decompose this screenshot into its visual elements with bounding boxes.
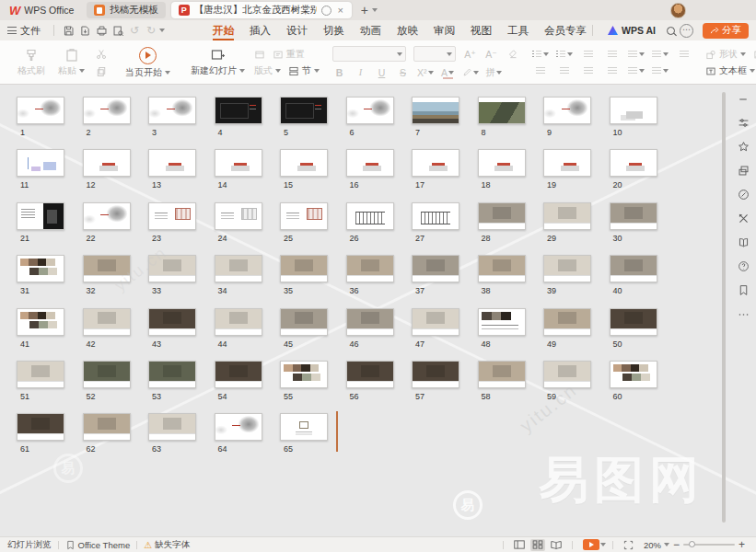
help-icon[interactable] (737, 259, 750, 273)
slide-thumbnail-52[interactable] (83, 361, 131, 388)
slide-thumbnail-48[interactable] (478, 308, 526, 336)
quickbar-chevron-icon[interactable] (159, 29, 165, 32)
missing-font-label[interactable]: 缺失字体 (155, 539, 190, 551)
tools-icon[interactable] (737, 212, 750, 225)
decrease-indent-button[interactable] (580, 48, 597, 61)
reading-view-button[interactable] (549, 539, 564, 551)
more-options-icon[interactable]: ⋯ (680, 24, 693, 38)
smartart-convert-button[interactable] (676, 48, 692, 61)
new-tab-button[interactable]: + (361, 4, 368, 17)
line-spacing-button[interactable] (652, 48, 669, 61)
textbox-button[interactable]: 文本框 (705, 64, 755, 77)
bold-button[interactable]: B (332, 65, 346, 79)
slide-thumbnail-54[interactable] (215, 361, 262, 388)
layout-icon-button[interactable] (254, 50, 265, 60)
slide-thumbnail-17[interactable] (412, 149, 459, 177)
tab-insert[interactable]: 插入 (250, 20, 271, 40)
shapes-button[interactable]: 形状 (705, 48, 746, 61)
task-ribbon-icon[interactable] (737, 283, 750, 297)
phonetic-guide-button[interactable]: 拼 (486, 65, 503, 79)
slide-thumbnail-28[interactable] (478, 202, 526, 230)
bullets-button[interactable] (532, 48, 549, 61)
slide-thumbnail-41[interactable] (17, 308, 64, 336)
canvas-scrollbar[interactable] (722, 92, 726, 523)
slide-thumbnail-42[interactable] (83, 308, 131, 336)
slide-thumbnail-12[interactable] (83, 149, 131, 177)
print-button[interactable] (93, 22, 110, 39)
slide-thumbnail-65[interactable] (280, 413, 328, 441)
slide-thumbnail-7[interactable] (412, 97, 459, 124)
slide-thumbnail-13[interactable] (148, 149, 196, 177)
new-slide-button[interactable]: 新建幻灯片 (187, 48, 249, 77)
slide-thumbnail-23[interactable] (148, 202, 196, 230)
text-align-button[interactable] (652, 64, 669, 77)
slide-thumbnail-8[interactable] (478, 97, 526, 124)
font-size-select[interactable] (413, 46, 456, 62)
justify-button[interactable] (604, 64, 621, 77)
slide-thumbnail-56[interactable] (346, 361, 394, 388)
sign-pen-icon[interactable] (737, 188, 750, 201)
fit-slide-button[interactable] (622, 539, 636, 551)
slide-thumbnail-20[interactable] (610, 149, 657, 177)
wps-ai-button[interactable]: WPS AI (622, 25, 656, 36)
more-dots-icon[interactable] (737, 307, 750, 321)
undo-button[interactable]: ↺ (126, 22, 143, 39)
zoom-in-button[interactable]: + (739, 539, 745, 550)
file-menu[interactable]: 文件 (20, 24, 41, 38)
slide-thumbnail-6[interactable] (346, 97, 394, 124)
slide-thumbnail-5[interactable] (280, 97, 328, 124)
tab-review[interactable]: 审阅 (434, 20, 455, 40)
align-right-button[interactable] (580, 64, 597, 77)
align-center-button[interactable] (556, 64, 573, 77)
slide-thumbnail-16[interactable] (346, 149, 394, 177)
tab-view[interactable]: 视图 (471, 20, 492, 40)
slide-thumbnail-18[interactable] (478, 149, 526, 177)
slide-thumbnail-47[interactable] (412, 308, 459, 336)
clear-format-button[interactable] (506, 47, 519, 61)
slide-thumbnail-61[interactable] (17, 413, 64, 441)
slide-thumbnail-30[interactable] (610, 202, 657, 230)
zoom-out-button[interactable]: − (673, 539, 680, 550)
superscript-button[interactable]: X² (417, 65, 434, 79)
slide-thumbnail-40[interactable] (610, 255, 657, 282)
paste-button[interactable]: 粘贴 (54, 48, 88, 77)
reset-button[interactable]: 重置 (273, 48, 305, 61)
user-avatar[interactable] (670, 3, 686, 18)
save-as-button[interactable] (76, 22, 93, 39)
wps-home-button[interactable]: W WPS Office (6, 5, 81, 17)
slideshow-play-button[interactable] (583, 539, 599, 550)
slide-thumbnail-1[interactable] (17, 97, 64, 124)
slide-thumbnail-49[interactable] (543, 308, 591, 336)
tab-membership[interactable]: 会员专享 (544, 20, 587, 40)
distribute-button[interactable] (628, 64, 645, 77)
slide-thumbnail-63[interactable] (148, 413, 196, 441)
layout-button[interactable]: 版式 (254, 64, 281, 77)
play-from-current-button[interactable]: 当页开始 (122, 47, 174, 79)
slide-thumbnail-29[interactable] (543, 202, 591, 230)
menu-icon[interactable] (7, 27, 17, 34)
tab-design[interactable]: 设计 (286, 20, 308, 40)
slide-thumbnail-62[interactable] (83, 413, 131, 441)
text-direction-button[interactable] (628, 48, 645, 61)
slide-thumbnail-55[interactable] (280, 361, 328, 388)
slide-thumbnail-22[interactable] (83, 202, 131, 230)
slide-thumbnail-19[interactable] (543, 149, 591, 177)
slide-thumbnail-45[interactable] (280, 308, 328, 336)
slide-thumbnail-50[interactable] (610, 308, 657, 336)
collapse-ribbon-icon[interactable] (737, 92, 750, 106)
slide-thumbnail-36[interactable] (346, 255, 394, 282)
section-button[interactable]: 节 (288, 64, 320, 77)
copy-button[interactable] (94, 65, 109, 78)
tab-template-doc[interactable]: 找稿无模板 (87, 2, 166, 18)
slide-thumbnail-44[interactable] (215, 308, 262, 336)
slide-sorter-view-button[interactable] (530, 539, 545, 551)
tab-presentation[interactable]: P 【唐忠汉】北京金茂西树棠别墅 × (171, 2, 352, 18)
normal-view-button[interactable] (512, 539, 527, 551)
zoom-chevron-icon[interactable] (664, 543, 669, 546)
slide-thumbnail-27[interactable] (412, 202, 459, 230)
share-button[interactable]: 分享 (703, 23, 749, 39)
slide-thumbnail-60[interactable] (610, 361, 657, 388)
tab-transition[interactable]: 切换 (323, 20, 344, 40)
increase-font-button[interactable]: A⁺ (463, 47, 477, 61)
slide-thumbnail-32[interactable] (83, 255, 131, 282)
